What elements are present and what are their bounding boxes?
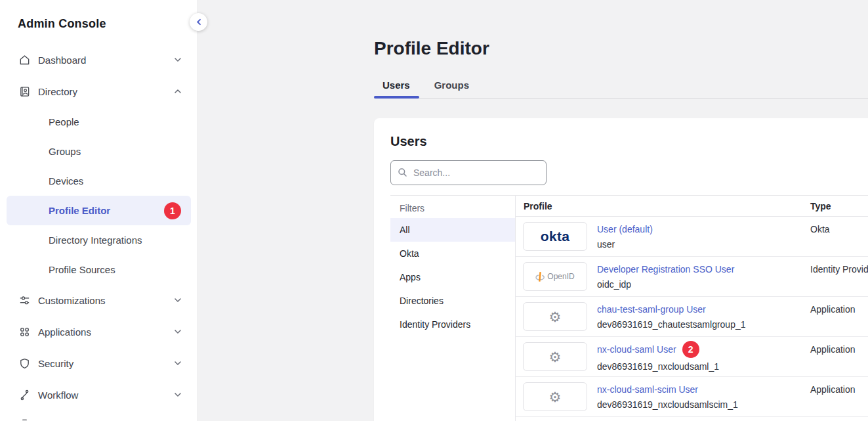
profile-text: Developer Registration SSO User oidc_idp bbox=[597, 263, 734, 291]
table-header: Profile Type bbox=[516, 196, 868, 217]
profile-text: nx-cloud-saml-scim User dev86931619_nxcl… bbox=[597, 383, 738, 411]
chevron-down-icon bbox=[174, 361, 182, 366]
sidebar-item-label: Security bbox=[38, 358, 73, 369]
sidebar-item-label: Workflow bbox=[38, 389, 78, 401]
search-icon bbox=[398, 167, 407, 177]
profile-cell: ⚙ nx-cloud-saml User 2 dev86931619_nxclo… bbox=[516, 341, 810, 373]
profile-name: Developer Registration SSO User bbox=[597, 263, 734, 276]
sidebar-item-directory[interactable]: Directory bbox=[0, 76, 197, 107]
tab-bar: Users Groups bbox=[374, 79, 868, 99]
sidebar-item-profile-editor[interactable]: Profile Editor 1 bbox=[7, 196, 191, 225]
filter-directories[interactable]: Directories bbox=[390, 289, 515, 313]
reports-icon bbox=[18, 417, 31, 421]
profile-text: nx-cloud-saml User 2 dev86931619_nxcloud… bbox=[597, 341, 719, 373]
sidebar-item-profile-sources[interactable]: Profile Sources bbox=[0, 255, 197, 284]
table-row: ⚙ nx-cloud-saml-scim User dev86931619_nx… bbox=[516, 377, 868, 417]
annotation-badge-2: 2 bbox=[682, 341, 699, 358]
profile-link[interactable]: nx-cloud-saml User 2 bbox=[597, 341, 719, 358]
chevron-up-icon bbox=[174, 89, 182, 94]
sliders-icon bbox=[18, 294, 31, 307]
openid-icon bbox=[535, 271, 545, 282]
sidebar-item-label: Profile Editor bbox=[49, 205, 110, 216]
shield-icon bbox=[18, 357, 31, 370]
tab-groups[interactable]: Groups bbox=[426, 79, 478, 98]
sidebar-item-dashboard[interactable]: Dashboard bbox=[0, 44, 197, 76]
profile-name: User (default) bbox=[597, 223, 653, 236]
filter-label: Identity Providers bbox=[400, 319, 470, 330]
filter-label: Okta bbox=[400, 248, 419, 259]
profile-cell: ⚙ nx-cloud-saml-scim User dev86931619_nx… bbox=[516, 382, 810, 411]
sidebar-item-label: Directory bbox=[38, 86, 77, 97]
annotation-badge-1: 1 bbox=[164, 202, 181, 219]
sidebar-item-customizations[interactable]: Customizations bbox=[0, 284, 197, 316]
sidebar-item-label: Groups bbox=[49, 146, 81, 157]
filter-label: All bbox=[400, 225, 410, 235]
sidebar-item-devices[interactable]: Devices bbox=[0, 166, 197, 196]
directory-icon bbox=[18, 85, 31, 98]
profile-link[interactable]: nx-cloud-saml-scim User bbox=[597, 383, 738, 396]
chevron-down-icon bbox=[174, 298, 182, 303]
search-input[interactable] bbox=[390, 160, 547, 185]
filter-all[interactable]: All bbox=[390, 218, 515, 242]
sidebar-item-directory-integrations[interactable]: Directory Integrations bbox=[0, 225, 197, 255]
profile-id: dev86931619_chautestsamlgroup_1 bbox=[597, 318, 746, 331]
filter-identity-providers[interactable]: Identity Providers bbox=[390, 313, 515, 336]
table-row: ⚙ nx-cloud-saml User 2 dev86931619_nxclo… bbox=[516, 337, 868, 377]
profile-id: user bbox=[597, 238, 653, 251]
profiles-table: Profile Type okta User (default) user bbox=[516, 196, 868, 421]
profile-name: nx-cloud-saml-scim User bbox=[597, 383, 698, 396]
profile-link[interactable]: User (default) bbox=[597, 223, 653, 236]
filter-label: Apps bbox=[400, 272, 421, 282]
okta-logo: okta bbox=[523, 222, 587, 251]
sidebar-item-groups[interactable]: Groups bbox=[0, 137, 197, 166]
workflow-icon bbox=[18, 388, 31, 401]
filters-panel: Filters All Okta Apps Directories Identi… bbox=[390, 196, 516, 421]
profile-type: Identity Provider bbox=[810, 257, 868, 275]
table-row: ⚙ chau-test-saml-group User dev86931619_… bbox=[516, 297, 868, 337]
chevron-down-icon bbox=[174, 392, 182, 397]
chevron-left-icon bbox=[196, 18, 202, 26]
profile-text: User (default) user bbox=[597, 223, 653, 251]
profile-name: nx-cloud-saml User bbox=[597, 343, 676, 356]
sidebar-item-label: Customizations bbox=[38, 295, 106, 306]
gear-icon: ⚙ bbox=[549, 390, 562, 404]
sidebar-item-label: Applications bbox=[38, 326, 91, 338]
app-logo-box: ⚙ bbox=[523, 342, 587, 371]
profile-type: Application bbox=[810, 337, 856, 355]
tab-users[interactable]: Users bbox=[374, 79, 419, 98]
profile-cell: ⚙ chau-test-saml-group User dev86931619_… bbox=[516, 302, 810, 331]
profile-id: dev86931619_nxcloudsamlscim_1 bbox=[597, 398, 738, 411]
okta-wordmark: okta bbox=[541, 229, 569, 244]
profile-id: dev86931619_nxcloudsaml_1 bbox=[597, 360, 719, 373]
sidebar-item-partial[interactable] bbox=[0, 410, 197, 421]
filter-apps[interactable]: Apps bbox=[390, 265, 515, 289]
profile-id: oidc_idp bbox=[597, 278, 734, 291]
column-header-type: Type bbox=[810, 201, 831, 211]
profile-cell: OpenID Developer Registration SSO User o… bbox=[516, 262, 810, 291]
chevron-down-icon bbox=[174, 57, 182, 62]
filter-okta[interactable]: Okta bbox=[390, 242, 515, 265]
openid-wordmark: OpenID bbox=[547, 272, 574, 281]
profile-type: Application bbox=[810, 377, 856, 395]
sidebar-item-workflow[interactable]: Workflow bbox=[0, 379, 197, 410]
openid-logo: OpenID bbox=[523, 262, 587, 291]
profile-cell: okta User (default) user bbox=[516, 222, 810, 251]
gear-icon: ⚙ bbox=[549, 350, 562, 364]
table-row: OpenID Developer Registration SSO User o… bbox=[516, 257, 868, 297]
card-title: Users bbox=[390, 134, 868, 149]
sidebar-item-label: Devices bbox=[49, 175, 83, 187]
sidebar-collapse-button[interactable] bbox=[190, 13, 207, 31]
sidebar-item-label: Profile Sources bbox=[49, 264, 115, 275]
sidebar-item-applications[interactable]: Applications bbox=[0, 316, 197, 347]
profile-link[interactable]: Developer Registration SSO User bbox=[597, 263, 734, 276]
filter-label: Directories bbox=[400, 296, 444, 306]
app-logo-box: ⚙ bbox=[523, 302, 587, 331]
profile-link[interactable]: chau-test-saml-group User bbox=[597, 303, 746, 316]
home-icon bbox=[18, 53, 31, 66]
sidebar-item-people[interactable]: People bbox=[0, 107, 197, 137]
sidebar-item-security[interactable]: Security bbox=[0, 347, 197, 379]
gear-icon: ⚙ bbox=[549, 310, 562, 324]
main-content: Profile Editor Users Groups Users Filter… bbox=[198, 0, 868, 421]
tab-label: Users bbox=[382, 79, 410, 91]
search-box bbox=[390, 160, 547, 185]
